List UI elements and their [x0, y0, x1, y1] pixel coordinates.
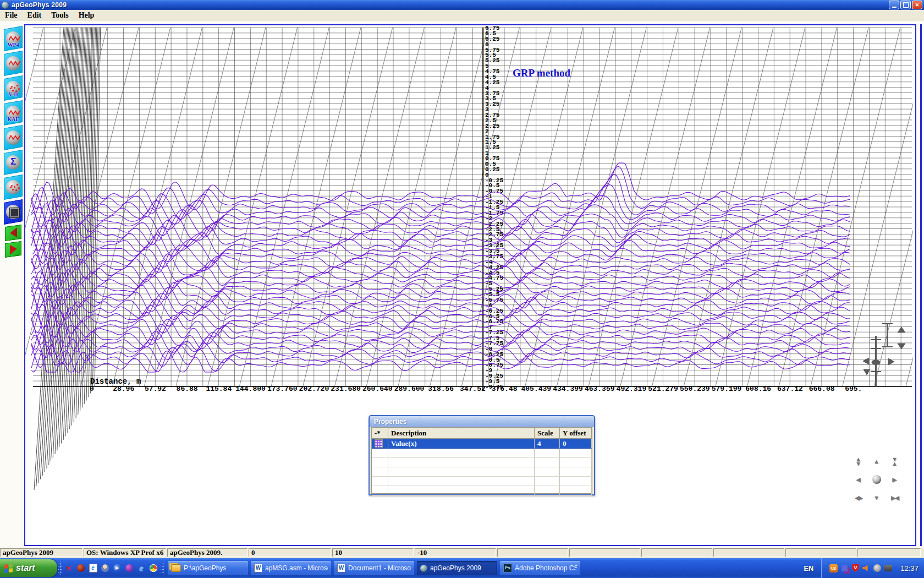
trace-swatch-icon — [375, 439, 383, 448]
status-panel-11 — [785, 548, 856, 557]
quicklaunch-media-player-icon[interactable]: ▶ — [112, 563, 122, 573]
toolbar-button-back[interactable] — [5, 225, 21, 241]
task-label: Adobe Photoshop CS3 — [515, 564, 577, 572]
tray-device-icon[interactable] — [884, 564, 893, 572]
window-titlebar[interactable]: apGeoPhys 2009 ✕ — [0, 0, 924, 10]
menu-bar: FileEditToolsHelp — [0, 10, 924, 21]
quicklaunch-chrome-icon[interactable] — [148, 563, 158, 573]
quicklaunch-internet-explorer-icon[interactable]: e — [136, 563, 146, 573]
tray-gpu-icon[interactable] — [840, 564, 849, 572]
toolbar-label-wp4: WP4 — [4, 42, 23, 48]
start-button[interactable]: start — [0, 559, 57, 577]
center-sphere[interactable] — [867, 470, 886, 488]
task-button-4[interactable]: apGeoPhys 2009 — [417, 561, 497, 575]
tool-palette: WP4V-DKAEΣ — [4, 28, 24, 257]
toolbar-button-chip-dots[interactable] — [4, 175, 23, 200]
task-label: P:\apGeoPhys — [184, 564, 226, 572]
minimize-button[interactable] — [889, 1, 899, 9]
sphere-icon: Σ — [6, 155, 20, 170]
folder-icon — [171, 564, 181, 572]
status-panel-5: 10 — [332, 548, 414, 557]
column-header-description[interactable]: Description — [388, 428, 535, 439]
properties-row-selected[interactable]: Value(x) 4 0 — [372, 439, 592, 449]
expand-vertical-icon[interactable]: ▲▼ — [849, 452, 867, 470]
x-tick-label: 405.439 — [521, 385, 551, 393]
collapse-vertical-icon[interactable]: ▼▲ — [886, 452, 904, 470]
properties-header-row: -* Description Scale Y offset — [372, 428, 592, 439]
x-tick-label: 144.800 — [235, 385, 266, 393]
photoshop-icon: Ps — [503, 564, 512, 572]
task-button-2[interactable]: WapMSG.asm - Microso... — [251, 561, 331, 575]
collapse-horizontal-icon[interactable]: ▶◀ — [886, 488, 904, 506]
task-button-3[interactable]: WDocument1 - Microsof... — [334, 561, 414, 575]
menu-help[interactable]: Help — [74, 10, 100, 21]
column-header-y-offset[interactable]: Y offset — [560, 428, 592, 439]
properties-titlebar[interactable]: Properties — [370, 416, 594, 427]
toolbar-button-forward[interactable] — [5, 241, 21, 258]
properties-row-empty[interactable] — [372, 458, 592, 467]
pan-up-icon[interactable]: ▲ — [867, 452, 886, 470]
sphere-icon — [6, 180, 20, 194]
sphere-handle-icon — [872, 475, 881, 484]
tray-volume-icon[interactable] — [862, 564, 871, 572]
row-scale: 4 — [535, 439, 560, 449]
properties-row-empty[interactable] — [372, 449, 592, 458]
quicklaunch-ie-doc-icon[interactable]: e — [88, 563, 98, 573]
row-description: Value(x) — [388, 439, 535, 449]
properties-row-empty[interactable] — [372, 467, 592, 477]
x-tick-label: 115.84 — [206, 385, 232, 393]
quicklaunch-app-purple-icon[interactable] — [124, 563, 134, 573]
sphere-icon — [6, 56, 20, 70]
pan-left-icon[interactable]: ◀ — [849, 470, 867, 488]
x-tick-label: 260.640 — [362, 385, 393, 393]
status-panel-8 — [569, 548, 640, 557]
menu-tools[interactable]: Tools — [46, 10, 73, 21]
quicklaunch-opera-icon[interactable] — [76, 563, 86, 573]
x-tick-label: 666.08 — [809, 385, 835, 393]
tray-u3-icon[interactable]: U3 — [829, 564, 838, 572]
x-tick-label: 318.56 — [428, 385, 454, 393]
task-button-1[interactable]: P:\apGeoPhys — [168, 561, 248, 575]
window-controls: ✕ — [889, 1, 924, 9]
column-header-marker[interactable]: -* — [372, 428, 388, 439]
language-indicator[interactable]: EN — [796, 564, 821, 572]
tray-antivirus-icon[interactable]: V — [851, 564, 860, 572]
column-header-scale[interactable]: Scale — [535, 428, 560, 439]
pan-down-icon[interactable]: ▼ — [867, 488, 886, 506]
quicklaunch-close-icon[interactable]: ✕ — [64, 563, 74, 573]
toolbar-button-kae[interactable]: KAE — [4, 100, 23, 126]
view-navigation-pad: ▲▼▲▼▲◀▶◀▶▼▶◀ — [849, 452, 904, 506]
expand-horizontal-icon[interactable]: ◀▶ — [849, 488, 867, 506]
properties-row-empty[interactable] — [372, 477, 592, 486]
toolbar-button-vd[interactable]: V-D — [4, 75, 23, 101]
x-tick-label: 695. — [845, 385, 862, 393]
toolbar-button-sigma[interactable]: Σ — [4, 150, 23, 175]
properties-window[interactable]: Properties -* Description Scale Y offset… — [369, 415, 595, 495]
toolbar-button-wave[interactable] — [4, 51, 23, 76]
taskbar[interactable]: start✕e▶eP:\apGeoPhysWapMSG.asm - Micros… — [0, 558, 924, 578]
toolbar-button-wp4[interactable]: WP4 — [4, 26, 23, 51]
x-tick-label: 463.359 — [585, 385, 615, 393]
pan-right-icon[interactable]: ▶ — [886, 470, 904, 488]
clock: 12:37 — [900, 564, 919, 572]
x-tick-label: 521.279 — [648, 385, 678, 393]
task-label: Document1 - Microsof... — [348, 564, 411, 572]
x-tick-label: 637.12 — [777, 385, 803, 393]
x-tick-label: 231.680 — [331, 385, 361, 393]
menu-edit[interactable]: Edit — [23, 10, 47, 21]
toolbar-button-processor[interactable] — [4, 199, 23, 225]
status-panel-4: 0 — [249, 548, 331, 557]
quicklaunch-user-icon[interactable] — [100, 563, 110, 573]
toolbar-button-waves[interactable] — [4, 125, 23, 150]
x-tick-label: 202.720 — [299, 385, 329, 393]
tray-network-icon[interactable] — [873, 564, 882, 572]
task-button-5[interactable]: PsAdobe Photoshop CS3 — [500, 561, 580, 575]
status-panel-12 — [857, 548, 921, 557]
restore-button[interactable] — [900, 1, 911, 9]
x-tick-label: 289.600 — [394, 385, 425, 393]
frame-accent-line — [920, 24, 922, 546]
menu-file[interactable]: File — [0, 10, 23, 21]
status-panel-1: apGeoPhys 2009 — [0, 548, 82, 557]
close-button[interactable]: ✕ — [912, 1, 922, 9]
properties-row-empty[interactable] — [372, 486, 592, 495]
